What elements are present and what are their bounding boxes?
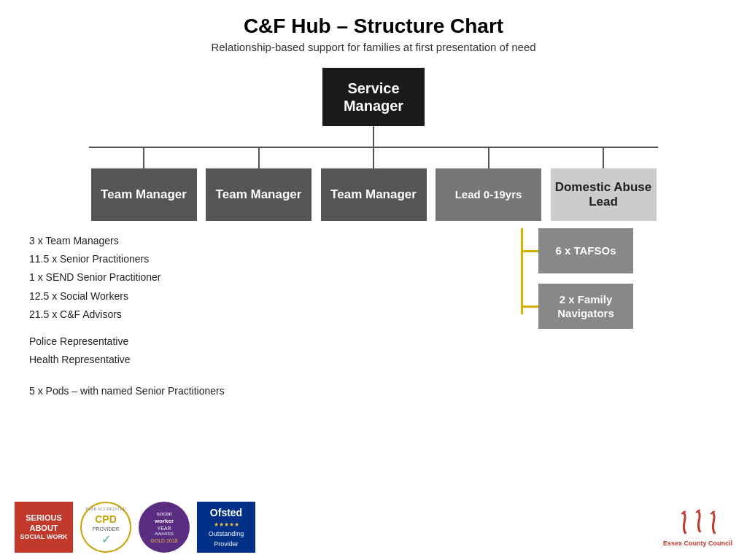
org-chart: Service Manager Team Manager [22,68,725,401]
sw-award: YEAR [157,525,171,532]
connector-lead [488,148,489,168]
level2-col-3: Team Manager [319,148,428,221]
serious-social-work-badge: SERIOUS ABOUT SOCIAL WORK [15,502,73,553]
sw-top: social [157,510,171,518]
cpd-top: BIIAB ACCREDITED [85,507,126,513]
horiz-line-top [89,147,658,148]
sw-year-year: GOLD 2018 [150,537,177,544]
info-line8: 5 x Pods – with named Senior Practitione… [29,382,477,400]
info-line2: 11.5 x Senior Practitioners [29,250,477,268]
connector-domestic [603,148,604,168]
info-line7: Health Representative [29,351,477,369]
info-line3: 1 x SEND Senior Practitioner [29,268,477,287]
info-line4: 12.5 x Social Workers [29,287,477,306]
connector-tm1 [143,148,144,168]
sw-middle: worker [155,518,174,525]
sub-boxes-area: 6 x TAFSOs 2 x Family Navigators [521,228,633,339]
ofsted-badge: Ofsted ★★★★★ Outstanding Provider [197,502,255,553]
level2-col-5: Domestic Abuse Lead [549,148,658,221]
left-info: 3 x Team Managers 11.5 x Senior Practiti… [22,228,477,401]
team-manager-box-3: Team Manager [321,168,427,221]
connector-tm2 [258,148,260,168]
content-row: 3 x Team Managers 11.5 x Senior Practiti… [22,228,725,401]
sw-sub: AWARDS [155,532,174,537]
family-navigators-box: 2 x Family Navigators [538,284,633,329]
cpd-middle: CPD [95,513,117,526]
yellow-vertical-line [521,228,523,314]
level2-container: Team Manager Team Manager Team Manager [22,147,725,221]
essex-county-council-badge: Essex County Council [663,508,732,547]
connector-tm3 [373,148,374,168]
connector-sm-down [373,126,374,147]
domestic-abuse-box: Domestic Abuse Lead [551,168,657,221]
team-manager-box-1: Team Manager [91,168,197,221]
bottom-bar: SERIOUS ABOUT SOCIAL WORK BIIAB ACCREDIT… [0,494,747,560]
ofsted-brand: Ofsted [210,505,242,521]
sw-year-badge: social worker YEAR AWARDS GOLD 2018 [139,502,190,553]
info-line5: 21.5 x C&F Advisors [29,306,477,324]
page: C&F Hub – Structure Chart Relationship-b… [0,0,747,560]
service-manager-box: Service Manager [322,68,425,126]
lead-box: Lead 0-19yrs [436,168,541,221]
yellow-horiz-1 [521,250,538,252]
sub-box-row-1: 6 x TAFSOs [521,228,633,273]
level2-col-1: Team Manager [89,148,198,221]
ofsted-line2: Provider [214,540,239,550]
right-sub: 6 x TAFSOs 2 x Family Navigators [477,228,725,401]
level2-col-4: Lead 0-19yrs [434,148,543,221]
ofsted-line1: Outstanding [209,529,244,540]
yellow-horiz-2 [521,306,538,308]
level2-boxes: Team Manager Team Manager Team Manager [89,148,658,221]
page-title: C&F Hub – Structure Chart [244,15,503,38]
info-line6: Police Representative [29,332,477,351]
essex-shield-icon [676,508,719,537]
page-subtitle: Relationship-based support for families … [211,41,535,53]
level2-col-2: Team Manager [204,148,314,221]
tafsos-box: 6 x TAFSOs [538,228,633,273]
info-line1: 3 x Team Managers [29,232,477,250]
essex-county-council-label: Essex County Council [663,540,732,547]
level1: Service Manager [322,68,425,126]
logos-left: SERIOUS ABOUT SOCIAL WORK BIIAB ACCREDIT… [15,502,255,553]
cpd-bottom: PROVIDER [93,526,120,532]
sub-box-row-2: 2 x Family Navigators [521,284,633,329]
team-manager-box-2: Team Manager [206,168,311,221]
cpd-badge: BIIAB ACCREDITED CPD PROVIDER ✓ [80,502,131,553]
